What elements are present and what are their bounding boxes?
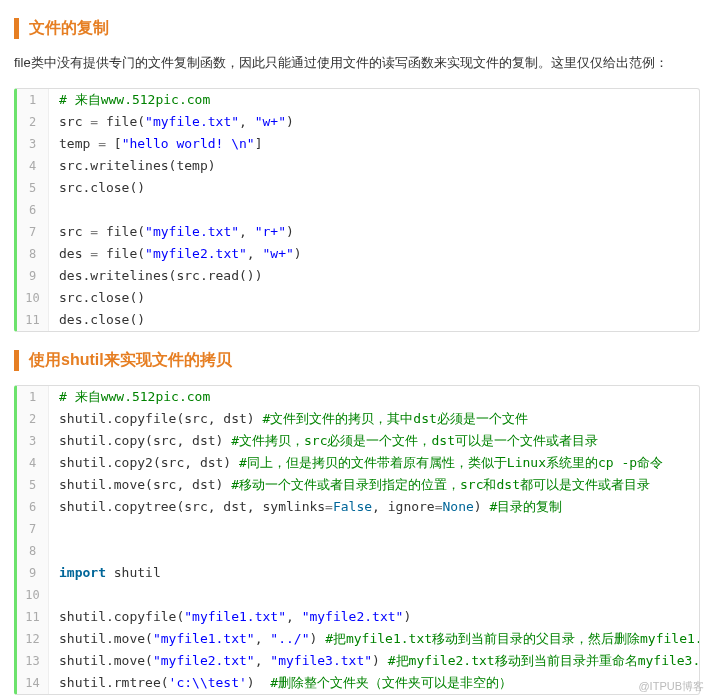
lineno: 4 [17,155,49,177]
code [49,518,699,540]
lineno: 7 [17,221,49,243]
code: src = file("myfile.txt", "r+") [49,221,699,243]
watermark: @ITPUB博客 [638,679,704,694]
lineno: 5 [17,177,49,199]
lineno: 6 [17,199,49,221]
code: temp = ["hello world! \n"] [49,133,699,155]
lineno: 8 [17,243,49,265]
code: shutil.move("myfile2.txt", "myfile3.txt"… [49,650,700,672]
lineno: 14 [17,672,49,694]
code: # 来自www.512pic.com [49,386,699,408]
lineno: 7 [17,518,49,540]
code: shutil.copy(src, dst) #文件拷贝，src必须是一个文件，d… [49,430,699,452]
section-title-file-copy: 文件的复制 [14,18,700,39]
code-block-1: 1# 来自www.512pic.com 2src = file("myfile.… [14,88,700,332]
code: des = file("myfile2.txt", "w+") [49,243,699,265]
code [49,199,699,221]
code: shutil.move("myfile1.txt", "../") #把myfi… [49,628,700,650]
code: shutil.move(src, dst) #移动一个文件或者目录到指定的位置，… [49,474,699,496]
lineno: 6 [17,496,49,518]
code: src.close() [49,177,699,199]
code [49,584,699,606]
code: src = file("myfile.txt", "w+") [49,111,699,133]
lineno: 9 [17,562,49,584]
code: shutil.copyfile(src, dst) #文件到文件的拷贝，其中ds… [49,408,699,430]
lineno: 10 [17,287,49,309]
lineno: 5 [17,474,49,496]
lineno: 3 [17,133,49,155]
code: shutil.rmtree('c:\\test') #删除整个文件夹（文件夹可以… [49,672,699,694]
lineno: 2 [17,408,49,430]
code: shutil.copy2(src, dst) #同上，但是拷贝的文件带着原有属性… [49,452,699,474]
section-title-shutil: 使用shutil来实现文件的拷贝 [14,350,700,371]
lineno: 13 [17,650,49,672]
code: shutil.copytree(src, dst, symlinks=False… [49,496,699,518]
section-desc: file类中没有提供专门的文件复制函数，因此只能通过使用文件的读写函数来实现文件… [14,53,700,74]
lineno: 10 [17,584,49,606]
lineno: 4 [17,452,49,474]
lineno: 1 [17,386,49,408]
code: import shutil [49,562,699,584]
lineno: 12 [17,628,49,650]
code [49,540,699,562]
lineno: 11 [17,309,49,331]
code: shutil.copyfile("myfile1.txt", "myfile2.… [49,606,699,628]
code-block-2: 1# 来自www.512pic.com 2shutil.copyfile(src… [14,385,700,695]
lineno: 2 [17,111,49,133]
lineno: 1 [17,89,49,111]
code: des.close() [49,309,699,331]
code: # 来自www.512pic.com [49,89,699,111]
lineno: 11 [17,606,49,628]
lineno: 8 [17,540,49,562]
code: src.writelines(temp) [49,155,699,177]
code: src.close() [49,287,699,309]
lineno: 9 [17,265,49,287]
code: des.writelines(src.read()) [49,265,699,287]
lineno: 3 [17,430,49,452]
